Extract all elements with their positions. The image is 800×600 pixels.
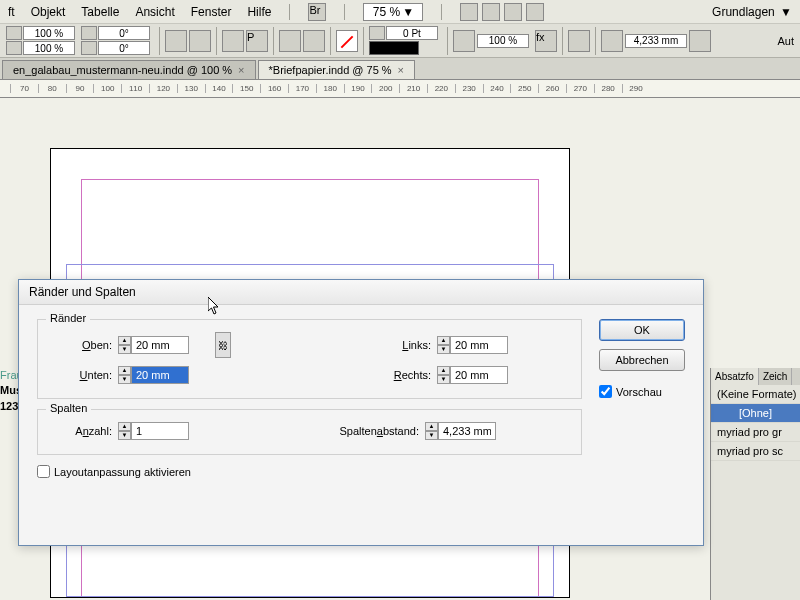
separator: [363, 27, 364, 55]
scale-x-icon: [6, 26, 22, 40]
menu-item[interactable]: ft: [8, 5, 15, 19]
top-spinner[interactable]: ▲▼: [118, 336, 189, 354]
document-tab[interactable]: en_galabau_mustermann-neu.indd @ 100 %×: [2, 60, 256, 79]
preview-label: Vorschau: [616, 386, 662, 398]
margins-group-label: Ränder: [46, 312, 90, 324]
separator: [562, 27, 563, 55]
separator: [595, 27, 596, 55]
gutter-input[interactable]: [438, 422, 496, 440]
menu-item[interactable]: Fenster: [191, 5, 232, 19]
flip-horizontal-icon[interactable]: [165, 30, 187, 52]
layout-adapt-label: Layoutanpassung aktivieren: [54, 466, 191, 478]
style-item[interactable]: myriad pro sc: [711, 442, 800, 461]
preview-checkbox[interactable]: [599, 385, 612, 398]
top-label: Oben:: [52, 339, 112, 351]
document-tab[interactable]: *Briefpapier.indd @ 75 %×: [258, 60, 416, 79]
style-item[interactable]: [Ohne]: [711, 404, 800, 423]
separator: [344, 4, 345, 20]
panel-tab[interactable]: Absatzfo: [711, 368, 759, 385]
left-label: Links:: [371, 339, 431, 351]
bottom-label: Unten:: [52, 369, 112, 381]
opacity-field[interactable]: 100 %: [477, 34, 529, 48]
style-item[interactable]: myriad pro gr: [711, 423, 800, 442]
frame-fitting-icon[interactable]: [601, 30, 623, 52]
zoom-dropdown[interactable]: 75 %▼: [363, 3, 423, 21]
layout-adapt-checkbox[interactable]: [37, 465, 50, 478]
rotate-field[interactable]: 0°: [98, 26, 150, 40]
auto-label: Aut: [777, 35, 794, 47]
scale-x-field[interactable]: 100 %: [23, 26, 75, 40]
workspace-dropdown[interactable]: Grundlagen ▼: [712, 5, 792, 19]
bottom-spinner[interactable]: ▲▼: [118, 366, 189, 384]
menu-item[interactable]: Objekt: [31, 5, 66, 19]
wrap-icon[interactable]: [303, 30, 325, 52]
stroke-weight-field[interactable]: 0 Pt: [386, 26, 438, 40]
type-on-path-icon[interactable]: P: [246, 30, 268, 52]
fx-icon[interactable]: fx: [535, 30, 557, 52]
scale-y-icon: [6, 41, 22, 55]
shear-icon: [81, 41, 97, 55]
menu-item[interactable]: Hilfe: [247, 5, 271, 19]
view-mode-icon[interactable]: [504, 3, 522, 21]
close-icon[interactable]: ×: [398, 64, 404, 76]
separator: [216, 27, 217, 55]
scale-y-field[interactable]: 100 %: [23, 41, 75, 55]
styles-panel[interactable]: Absatzfo Zeich (Keine Formate) [Ohne] my…: [710, 368, 800, 600]
menu-item[interactable]: Tabelle: [81, 5, 119, 19]
close-icon[interactable]: ×: [238, 64, 244, 76]
view-mode-icon[interactable]: [460, 3, 478, 21]
menu-item[interactable]: Ansicht: [135, 5, 174, 19]
apply-color-icon[interactable]: [453, 30, 475, 52]
more-icon[interactable]: [689, 30, 711, 52]
measure-field[interactable]: 4,233 mm: [625, 34, 687, 48]
text-wrap-icon[interactable]: [568, 30, 590, 52]
bottom-input[interactable]: [131, 366, 189, 384]
style-item[interactable]: (Keine Formate): [711, 385, 800, 404]
view-mode-icon[interactable]: [482, 3, 500, 21]
stroke-icon: [369, 26, 385, 40]
spin-down-icon[interactable]: ▼: [437, 375, 450, 384]
left-input[interactable]: [450, 336, 508, 354]
gutter-spinner[interactable]: ▲▼: [425, 422, 496, 440]
spin-down-icon[interactable]: ▼: [118, 431, 131, 440]
flip-vertical-icon[interactable]: [189, 30, 211, 52]
spin-up-icon[interactable]: ▲: [437, 336, 450, 345]
align-icon[interactable]: [279, 30, 301, 52]
top-input[interactable]: [131, 336, 189, 354]
spin-up-icon[interactable]: ▲: [437, 366, 450, 375]
right-input[interactable]: [450, 366, 508, 384]
spin-up-icon[interactable]: ▲: [118, 422, 131, 431]
separator: [330, 27, 331, 55]
spin-down-icon[interactable]: ▼: [118, 345, 131, 354]
shear-field[interactable]: 0°: [98, 41, 150, 55]
cancel-button[interactable]: Abbrechen: [599, 349, 685, 371]
ok-button[interactable]: OK: [599, 319, 685, 341]
separator: [159, 27, 160, 55]
left-spinner[interactable]: ▲▼: [437, 336, 508, 354]
columns-group-label: Spalten: [46, 402, 91, 414]
spin-down-icon[interactable]: ▼: [118, 375, 131, 384]
stroke-style[interactable]: [369, 41, 419, 55]
count-spinner[interactable]: ▲▼: [118, 422, 189, 440]
spin-up-icon[interactable]: ▲: [118, 366, 131, 375]
spin-up-icon[interactable]: ▲: [425, 422, 438, 431]
panel-tab[interactable]: Zeich: [759, 368, 792, 385]
separator: [289, 4, 290, 20]
no-fill-icon[interactable]: [336, 30, 358, 52]
separator: [441, 4, 442, 20]
bridge-icon[interactable]: Br: [308, 3, 326, 21]
separator: [273, 27, 274, 55]
spin-up-icon[interactable]: ▲: [118, 336, 131, 345]
rotate-icon: [81, 26, 97, 40]
gutter-label: Spaltenabstand:: [319, 425, 419, 437]
count-label: Anzahl:: [52, 425, 112, 437]
right-spinner[interactable]: ▲▼: [437, 366, 508, 384]
spin-down-icon[interactable]: ▼: [437, 345, 450, 354]
horizontal-ruler[interactable]: 7080901001101201301401501601701801902002…: [0, 80, 800, 98]
select-container-icon[interactable]: [222, 30, 244, 52]
spin-down-icon[interactable]: ▼: [425, 431, 438, 440]
view-mode-icon[interactable]: [526, 3, 544, 21]
separator: [447, 27, 448, 55]
link-margins-icon[interactable]: ⛓: [215, 332, 231, 358]
count-input[interactable]: [131, 422, 189, 440]
